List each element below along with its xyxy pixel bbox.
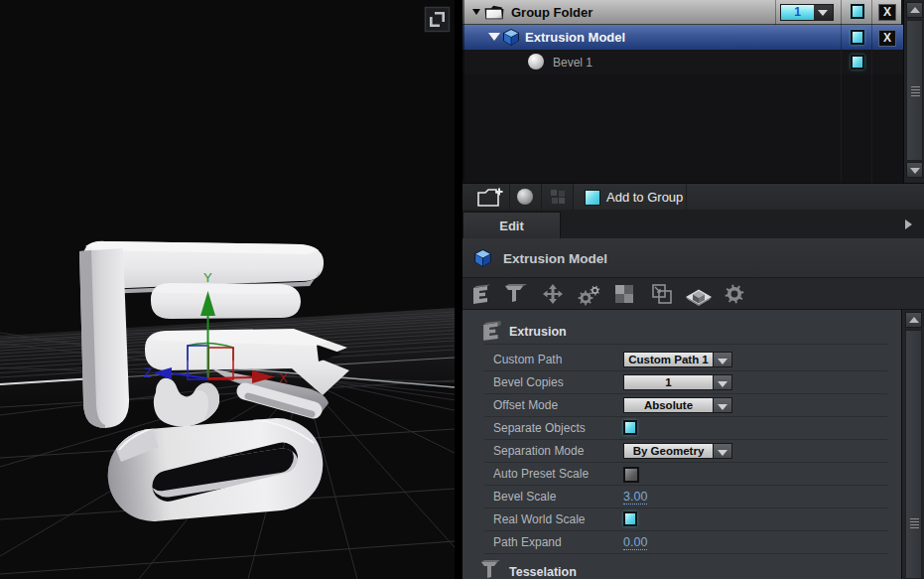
svg-text:X: X <box>279 370 288 385</box>
svg-text:Y: Y <box>203 270 212 285</box>
svg-text:Z: Z <box>144 365 152 380</box>
